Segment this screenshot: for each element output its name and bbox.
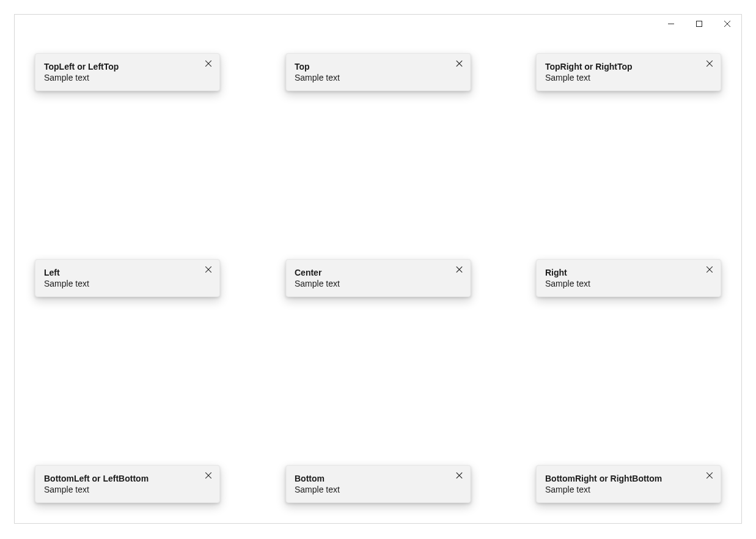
notification-card-topright: TopRight or RightTop Sample text (536, 53, 721, 91)
close-icon (456, 472, 462, 479)
card-body: Sample text (44, 278, 211, 289)
close-button-bottom[interactable] (454, 471, 464, 480)
close-icon (724, 21, 730, 27)
card-title: BottomRight or RightBottom (545, 473, 712, 484)
card-body: Sample text (545, 72, 712, 83)
notification-card-topleft: TopLeft or LeftTop Sample text (35, 53, 220, 91)
notification-card-left: Left Sample text (35, 259, 220, 297)
titlebar (15, 15, 741, 33)
card-title: Right (545, 267, 712, 278)
card-title: Bottom (295, 473, 461, 484)
close-icon (456, 266, 462, 273)
close-icon (205, 266, 211, 273)
notification-card-center: Center Sample text (285, 259, 471, 297)
svg-rect-1 (697, 21, 702, 27)
notification-card-bottom: Bottom Sample text (285, 465, 471, 503)
card-body: Sample text (44, 484, 211, 495)
card-body: Sample text (295, 484, 461, 495)
close-icon (205, 472, 211, 479)
close-button-topleft[interactable] (204, 59, 213, 68)
notification-grid: TopLeft or LeftTop Sample text Top Sampl… (35, 53, 721, 503)
close-button-center[interactable] (454, 265, 464, 274)
close-window-button[interactable] (713, 15, 741, 33)
card-title: BottomLeft or LeftBottom (44, 473, 211, 484)
card-body: Sample text (44, 72, 211, 83)
close-button-left[interactable] (204, 265, 213, 274)
close-icon (706, 61, 713, 67)
close-icon (205, 61, 211, 67)
close-button-top[interactable] (454, 59, 464, 68)
card-title: Left (44, 267, 211, 278)
card-body: Sample text (295, 278, 461, 289)
close-icon (706, 266, 713, 273)
client-area: TopLeft or LeftTop Sample text Top Sampl… (15, 33, 741, 523)
notification-card-right: Right Sample text (536, 259, 721, 297)
close-button-bottomleft[interactable] (204, 471, 213, 480)
maximize-button[interactable] (685, 15, 713, 33)
card-body: Sample text (545, 278, 712, 289)
card-body: Sample text (295, 72, 461, 83)
notification-card-bottomright: BottomRight or RightBottom Sample text (536, 465, 721, 503)
close-button-right[interactable] (705, 265, 714, 274)
notification-card-bottomleft: BottomLeft or LeftBottom Sample text (35, 465, 220, 503)
close-icon (706, 472, 713, 479)
minimize-icon (668, 21, 674, 27)
card-title: TopLeft or LeftTop (44, 61, 211, 72)
notification-card-top: Top Sample text (285, 53, 471, 91)
maximize-icon (696, 21, 702, 27)
card-title: Top (295, 61, 461, 72)
card-title: TopRight or RightTop (545, 61, 712, 72)
close-button-bottomright[interactable] (705, 471, 714, 480)
card-title: Center (295, 267, 461, 278)
app-window: TopLeft or LeftTop Sample text Top Sampl… (14, 14, 742, 524)
card-body: Sample text (545, 484, 712, 495)
close-button-topright[interactable] (705, 59, 714, 68)
minimize-button[interactable] (657, 15, 685, 33)
close-icon (456, 61, 462, 67)
